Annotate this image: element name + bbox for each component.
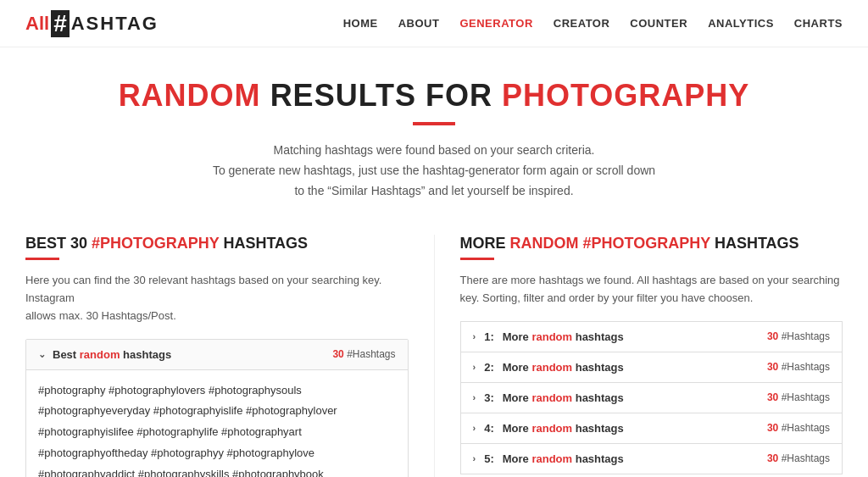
more-item-4[interactable]: › 4: More random hashtags 30 #Hashtags (460, 413, 843, 443)
more-item-count-num-4: 30 (767, 422, 778, 434)
left-panel-desc: Here you can find the 30 relevant hashta… (25, 272, 409, 324)
left-panel: BEST 30 #PHOTOGRAPHY HASHTAGS Here you c… (25, 235, 435, 477)
hero-title-results-for: RESULTS FOR (270, 78, 492, 113)
more-item-label-1: › 1: More random hashtags (473, 330, 624, 343)
logo-ashtag: ASHTAG (71, 13, 159, 35)
hero-underline (413, 122, 455, 125)
more-item-label-5: › 5: More random hashtags (473, 452, 624, 465)
right-panel: MORE RANDOM #PHOTOGRAPHY HASHTAGS There … (435, 235, 843, 477)
nav-item-about[interactable]: ABOUT (398, 17, 440, 30)
hero-sub-2: To generate new hashtags, just use the h… (213, 164, 655, 177)
accordion-label-text: Best random hashtags (53, 348, 171, 361)
hero-sub-3: to the “Similar Hashtags” and let yourse… (294, 184, 573, 197)
more-item-number-3: 3: (484, 391, 494, 404)
more-item-count-num-3: 30 (767, 391, 778, 403)
left-desc-1: Here you can find the 30 relevant hashta… (25, 274, 381, 304)
hero-title: RANDOM RESULTS FOR PHOTOGRAPHY (17, 78, 851, 114)
more-item-text-1: More random hashtags (503, 330, 624, 343)
nav-item-home[interactable]: HOME (343, 17, 378, 30)
hero-title-photo: PHOTOGRAPHY (502, 78, 749, 113)
accordion-label-random: random (80, 348, 120, 361)
more-item-number-5: 5: (484, 452, 494, 465)
more-item-label-4: › 4: More random hashtags (473, 422, 624, 435)
nav-item-charts[interactable]: CHARTS (794, 17, 843, 30)
left-panel-title: BEST 30 #PHOTOGRAPHY HASHTAGS (25, 235, 409, 252)
more-item-count-suffix-1: #Hashtags (782, 330, 830, 342)
right-panel-title: MORE RANDOM #PHOTOGRAPHY HASHTAGS (460, 235, 843, 252)
more-item-count-num-1: 30 (767, 330, 778, 342)
more-item-random-5: random (531, 452, 572, 465)
more-item-count-5: 30 #Hashtags (767, 452, 830, 464)
hero-section: RANDOM RESULTS FOR PHOTOGRAPHY Matching … (0, 47, 868, 218)
more-item-label-2: › 2: More random hashtags (473, 361, 624, 374)
accordion-count-suffix: #Hashtags (347, 348, 395, 360)
more-item-text-4: More random hashtags (503, 422, 624, 435)
more-item-count-suffix-4: #Hashtags (782, 422, 830, 434)
more-item-2[interactable]: › 2: More random hashtags 30 #Hashtags (460, 352, 843, 382)
header: All # ASHTAG HOMEABOUTGENERATORCREATORCO… (0, 0, 868, 47)
left-title-best30: BEST 30 (25, 235, 87, 252)
more-item-random-2: random (531, 361, 572, 374)
more-item-number-2: 2: (484, 361, 494, 374)
more-item-count-1: 30 #Hashtags (767, 330, 830, 342)
accordion-header[interactable]: ⌄ Best random hashtags 30 #Hashtags (26, 340, 408, 370)
more-item-count-2: 30 #Hashtags (767, 361, 830, 373)
hero-title-random: RANDOM (119, 78, 261, 113)
nav-item-generator[interactable]: GENERATOR (459, 17, 532, 30)
hero-subtitle: Matching hashtags were found based on yo… (17, 141, 851, 201)
chevron-right-icon: › (473, 423, 476, 433)
nav-item-analytics[interactable]: ANALYTICS (708, 17, 774, 30)
more-item-count-num-2: 30 (767, 361, 778, 373)
accordion-count: 30 #Hashtags (332, 348, 395, 360)
more-item-1[interactable]: › 1: More random hashtags 30 #Hashtags (460, 321, 843, 352)
chevron-right-icon: › (473, 362, 476, 372)
chevron-right-icon: › (473, 453, 476, 463)
right-panel-desc: There are more hashtags we found. All ha… (460, 272, 843, 308)
hashtags-text: #photography #photographylovers #photogr… (38, 384, 362, 477)
nav-item-creator[interactable]: CREATOR (554, 17, 610, 30)
right-title-more: MORE (460, 235, 506, 252)
more-item-random-3: random (531, 391, 572, 404)
more-item-3[interactable]: › 3: More random hashtags 30 #Hashtags (460, 382, 843, 413)
more-item-text-5: More random hashtags (503, 452, 624, 465)
right-title-random-word: RANDOM (510, 235, 579, 252)
chevron-right-icon: › (473, 331, 476, 341)
accordion-label: ⌄ Best random hashtags (38, 348, 171, 361)
logo-all: All (25, 13, 49, 35)
more-item-5[interactable]: › 5: More random hashtags 30 #Hashtags (460, 443, 843, 474)
right-desc-text: There are more hashtags we found. All ha… (460, 274, 840, 304)
accordion-body: #photography #photographylovers #photogr… (26, 370, 408, 477)
right-title-hashtags-word: HASHTAGS (715, 235, 799, 252)
more-item-label-3: › 3: More random hashtags (473, 391, 624, 404)
hero-sub-1: Matching hashtags were found based on yo… (274, 143, 595, 157)
accordion-count-number: 30 (332, 348, 343, 360)
more-item-number-4: 4: (484, 422, 494, 435)
main-content: BEST 30 #PHOTOGRAPHY HASHTAGS Here you c… (0, 218, 868, 477)
more-item-number-1: 1: (484, 330, 494, 343)
more-item-count-suffix-5: #Hashtags (782, 452, 830, 464)
more-item-text-3: More random hashtags (503, 391, 624, 404)
more-hashtags-list: › 1: More random hashtags 30 #Hashtags ›… (460, 321, 843, 474)
nav: HOMEABOUTGENERATORCREATORCOUNTERANALYTIC… (343, 17, 843, 30)
logo-hash: # (51, 10, 70, 37)
more-item-count-num-5: 30 (767, 452, 778, 464)
chevron-right-icon: › (473, 392, 476, 402)
more-item-random-1: random (531, 330, 572, 343)
right-title-photo-hash: #PHOTOGRAPHY (583, 235, 710, 252)
right-panel-underline (460, 258, 494, 260)
left-desc-2: allows max. 30 Hashtags/Post. (25, 309, 176, 322)
more-item-count-4: 30 #Hashtags (767, 422, 830, 434)
nav-item-counter[interactable]: COUNTER (630, 17, 687, 30)
more-item-random-4: random (531, 422, 572, 435)
best-hashtags-accordion[interactable]: ⌄ Best random hashtags 30 #Hashtags #pho… (25, 339, 409, 477)
logo[interactable]: All # ASHTAG (25, 10, 159, 37)
more-item-text-2: More random hashtags (503, 361, 624, 374)
chevron-down-icon: ⌄ (38, 349, 46, 360)
left-title-hashtags-word: HASHTAGS (223, 235, 308, 252)
left-title-photo-hash: #PHOTOGRAPHY (92, 235, 219, 252)
more-item-count-suffix-3: #Hashtags (782, 391, 830, 403)
more-item-count-3: 30 #Hashtags (767, 391, 830, 403)
left-panel-underline (25, 258, 59, 260)
more-item-count-suffix-2: #Hashtags (782, 361, 830, 373)
